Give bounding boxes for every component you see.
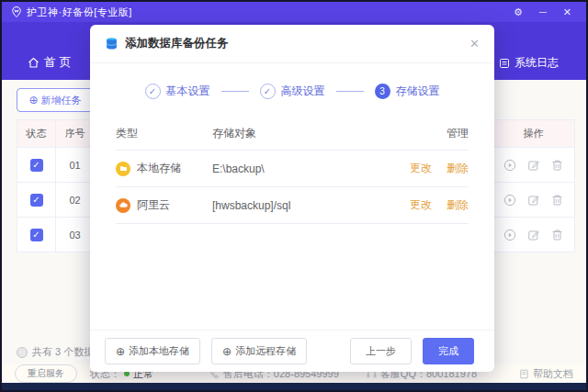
add-remote-storage-button[interactable]: ⊕ 添加远程存储 [211,338,307,364]
step-check-icon: ✓ [260,84,276,99]
delete-link[interactable]: 删除 [447,197,469,213]
info-dot-icon [17,347,28,358]
row-checkbox[interactable]: ✓ [30,159,43,172]
step-advanced-settings: ✓ 高级设置 [260,84,325,99]
task-table-left: 状态 序号 ✓ 01 ✓ 02 ✓ 03 [17,119,95,252]
document-icon [519,369,529,379]
step-label: 基本设置 [166,84,210,99]
plus-circle-icon: ⊕ [222,346,232,357]
task-num: 01 [56,148,95,183]
edit-task-icon[interactable] [527,194,540,207]
help-docs-label: 帮助文档 [533,367,573,381]
add-remote-storage-label: 添加远程存储 [235,344,296,358]
dialog-close-icon[interactable]: ✕ [469,37,480,50]
app-title: 护卫神·好备份[专业版] [27,6,132,19]
storage-type: 阿里云 [137,197,170,213]
task-num: 03 [56,218,95,252]
step-basic-settings: ✓ 基本设置 [145,84,210,99]
step-label: 高级设置 [281,84,325,99]
storage-row: 本地存储 E:\backup\ 更改 删除 [116,151,469,187]
step-connector [336,91,364,92]
new-task-button[interactable]: ⊕ 新增任务 [17,88,94,112]
change-link[interactable]: 更改 [410,161,432,176]
syslog-icon [499,58,510,69]
storage-target: E:\backup\ [212,162,395,175]
stepper: ✓ 基本设置 ✓ 高级设置 3 存储设置 [90,84,494,99]
row-actions [492,194,574,207]
step-connector [221,91,249,92]
app-window: 护卫神·好备份[专业版] ⚙ ─ ✕ 首 页 系统日志 ⊕ 新增任务 [0,0,588,392]
col-header-type: 类型 [116,126,212,141]
step-check-icon: ✓ [145,84,161,99]
col-header-target: 存储对象 [212,126,395,141]
delete-task-icon[interactable] [551,194,563,207]
run-task-icon[interactable] [503,194,516,207]
delete-link[interactable]: 删除 [447,161,469,176]
app-logo-icon [11,6,22,17]
row-actions [492,159,574,172]
dialog-footer: ⊕ 添加本地存储 ⊕ 添加远程存储 上一步 完成 [90,330,494,372]
row-actions [492,229,574,241]
dialog-title: 添加数据库备份任务 [125,36,229,51]
run-task-icon[interactable] [503,159,516,172]
edit-task-icon[interactable] [527,159,540,172]
nav-syslog-label: 系统日志 [514,55,559,71]
add-local-storage-button[interactable]: ⊕ 添加本地存储 [105,338,200,364]
storage-table-header: 类型 存储对象 管理 [116,118,469,151]
database-icon [105,37,119,50]
nav-syslog[interactable]: 系统日志 [499,55,559,71]
step-label: 存储设置 [396,84,440,99]
settings-icon[interactable]: ⚙ [514,6,523,18]
aliyun-icon [116,198,130,213]
task-table-right: 操作 [492,119,575,252]
storage-target: [hwsbackup]/sql [212,199,395,212]
nav-home-label: 首 页 [44,54,72,71]
storage-row: 阿里云 [hwsbackup]/sql 更改 删除 [116,187,469,224]
local-storage-icon [116,162,130,176]
add-local-storage-label: 添加本地存储 [129,344,189,358]
add-backup-task-dialog: 添加数据库备份任务 ✕ ✓ 基本设置 ✓ 高级设置 3 存储设置 类型 存储对象 [90,25,494,372]
storage-table: 类型 存储对象 管理 本地存储 E:\backup\ 更改 删除 [116,118,469,224]
row-checkbox[interactable]: ✓ [30,194,43,207]
nav-home[interactable]: 首 页 [28,54,72,71]
delete-task-icon[interactable] [551,159,563,172]
minimize-icon[interactable]: ─ [539,6,547,17]
step-storage-settings: 3 存储设置 [375,84,440,99]
table-row: ✓ 01 [17,148,95,183]
col-header-manage: 管理 [395,126,469,141]
col-header-status: 状态 [17,120,56,148]
step-number-badge: 3 [375,84,390,99]
close-icon[interactable]: ✕ [563,6,571,18]
plus-circle-icon: ⊕ [116,346,125,357]
help-docs[interactable]: 帮助文档 [519,367,573,381]
col-header-actions: 操作 [492,120,575,148]
edit-task-icon[interactable] [527,229,540,241]
restart-service-button[interactable]: 重启服务 [15,364,77,383]
row-checkbox[interactable]: ✓ [30,229,43,241]
table-row: ✓ 02 [17,183,95,218]
dialog-header: 添加数据库备份任务 ✕ [90,25,494,63]
col-header-num: 序号 [56,120,95,148]
previous-step-button[interactable]: 上一步 [350,338,412,364]
new-task-label: 新增任务 [41,94,82,107]
plus-circle-icon: ⊕ [28,95,38,106]
run-task-icon[interactable] [503,229,516,241]
titlebar: 护卫神·好备份[专业版] ⚙ ─ ✕ [2,2,586,22]
finish-button[interactable]: 完成 [423,338,474,364]
delete-task-icon[interactable] [551,229,563,241]
home-icon [28,57,40,69]
table-row: ✓ 03 [17,218,95,252]
storage-type: 本地存储 [137,161,181,176]
window-bottom-strip [2,383,586,390]
task-num: 02 [56,183,95,218]
change-link[interactable]: 更改 [410,197,432,213]
